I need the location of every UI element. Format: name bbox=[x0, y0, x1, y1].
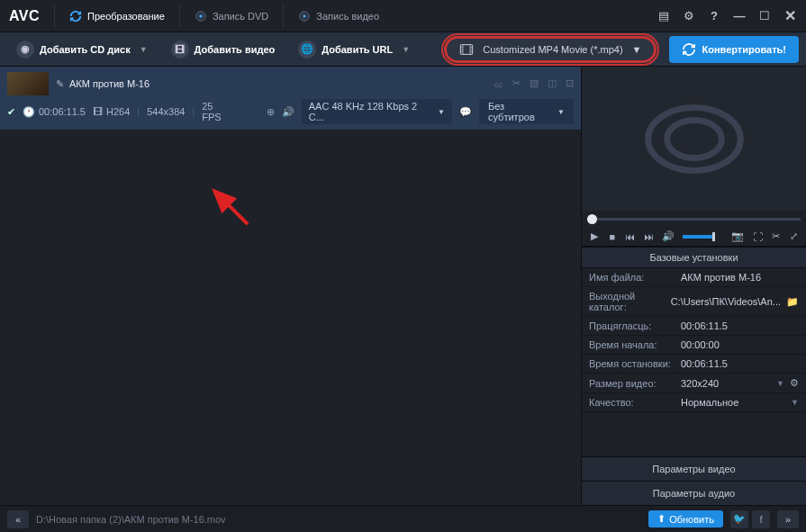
chevron-down-icon[interactable]: ▼ bbox=[791, 398, 799, 407]
annotation-arrow bbox=[207, 184, 252, 229]
maximize-icon[interactable]: ☐ bbox=[757, 9, 772, 23]
gear-icon[interactable]: ⚙ bbox=[790, 377, 799, 389]
refresh-icon bbox=[69, 10, 82, 23]
social-buttons: 🐦 f bbox=[730, 510, 770, 528]
setting-output: Выходной каталог: C:\Users\ПК\Videos\An.… bbox=[582, 287, 806, 317]
audio-track-selector[interactable]: AAC 48 KHz 128 Kbps 2 C... ▼ bbox=[302, 99, 452, 124]
collapse-left-icon[interactable]: « bbox=[7, 510, 29, 528]
convert-icon bbox=[682, 42, 696, 57]
help-icon[interactable]: ? bbox=[707, 9, 721, 23]
twitter-icon[interactable]: 🐦 bbox=[730, 510, 748, 528]
arrow-up-icon: ⬆ bbox=[657, 513, 666, 525]
minimize-icon[interactable]: — bbox=[732, 9, 747, 23]
play-icon[interactable]: ▶ bbox=[589, 230, 599, 242]
disc-icon bbox=[195, 10, 207, 23]
duration-pill: 🕐 00:06:11.5 bbox=[23, 106, 86, 118]
watermark-icon[interactable]: ⊡ bbox=[566, 77, 574, 91]
next-icon[interactable]: ⏭ bbox=[644, 231, 654, 242]
statusbar: « D:\Новая папка (2)\АКМ против М-16.mov… bbox=[0, 505, 806, 532]
btn-label: Конвертировать! bbox=[702, 44, 786, 55]
titlebar-controls: ▤ ⚙ ? — ☐ ✕ bbox=[657, 7, 797, 24]
tab-label: Запись видео bbox=[316, 11, 379, 22]
player-controls: ▶ ■ ⏮ ⏭ 🔊 📷 ⛶ ✂ ⤢ bbox=[582, 227, 806, 247]
btn-label: Добавить видео bbox=[195, 44, 276, 55]
tab-label: Запись DVD bbox=[213, 11, 268, 22]
tab-capture[interactable]: Запись видео bbox=[283, 4, 394, 29]
title-text: АКМ против М-16 bbox=[69, 78, 149, 89]
add-cd-button[interactable]: ◉ Добавить CD диск ▼ bbox=[7, 35, 157, 64]
collapse-right-icon[interactable]: » bbox=[777, 510, 799, 528]
chat-icon: 💬 bbox=[459, 106, 472, 118]
settings-header: Базовые установки bbox=[582, 247, 806, 268]
add-url-button[interactable]: 🌐 Добавить URL ▼ bbox=[289, 35, 419, 64]
setting-stop: Время остановки: 00:06:11.5 bbox=[582, 355, 806, 374]
video-params-button[interactable]: Параметры видео bbox=[582, 456, 806, 481]
video-thumbnail bbox=[7, 72, 49, 95]
stop-icon[interactable]: ■ bbox=[607, 231, 617, 242]
play-circle-icon bbox=[298, 10, 311, 23]
setting-filename: Имя файла: АКМ против М-16 bbox=[582, 268, 806, 287]
subtitle-icon[interactable]: ㏄ bbox=[494, 77, 503, 91]
output-format-selector[interactable]: Customized MP4 Movie (*.mp4) ▼ bbox=[444, 36, 657, 63]
volume-slider[interactable] bbox=[683, 235, 716, 239]
convert-button[interactable]: Конвертировать! bbox=[669, 36, 799, 63]
seek-knob[interactable] bbox=[587, 214, 597, 224]
tab-dvd[interactable]: Запись DVD bbox=[179, 4, 283, 29]
volume-icon[interactable]: 🔊 bbox=[662, 230, 675, 242]
film-icon bbox=[459, 43, 474, 56]
chevron-down-icon: ▼ bbox=[438, 108, 445, 116]
edit-icon[interactable]: ✎ bbox=[56, 78, 64, 90]
audio-label: AAC 48 KHz 128 Kbps 2 C... bbox=[309, 101, 432, 122]
close-icon[interactable]: ✕ bbox=[783, 7, 797, 24]
subtitle-selector[interactable]: Без субтитров ▼ bbox=[479, 99, 574, 124]
chevron-down-icon[interactable]: ▼ bbox=[776, 379, 784, 388]
folder-icon[interactable]: 📁 bbox=[786, 296, 799, 308]
audio-params-button[interactable]: Параметры аудио bbox=[582, 481, 806, 505]
fullscreen-icon[interactable]: ⛶ bbox=[752, 231, 762, 242]
chevron-down-icon: ▼ bbox=[632, 44, 642, 55]
vcodec-pill: 🎞 H264 bbox=[93, 106, 130, 117]
menu-icon[interactable]: ▤ bbox=[657, 9, 671, 23]
gear-icon[interactable]: ⚙ bbox=[682, 9, 696, 23]
tab-label: Преобразование bbox=[87, 11, 165, 22]
file-item-header: ✎ АКМ против М-16 ㏄ ✂ ▧ ◫ ⊡ bbox=[7, 72, 574, 95]
preview-area bbox=[582, 67, 806, 211]
sidebar: ▶ ■ ⏮ ⏭ 🔊 📷 ⛶ ✂ ⤢ Базовые установки Имя … bbox=[581, 67, 806, 505]
file-item[interactable]: ✎ АКМ против М-16 ㏄ ✂ ▧ ◫ ⊡ ✔ 🕐 00:06:11… bbox=[0, 67, 581, 131]
snapshot-icon[interactable]: 📷 bbox=[731, 230, 744, 242]
toolbar: ◉ Добавить CD диск ▼ 🎞 Добавить видео 🌐 … bbox=[0, 32, 806, 67]
check-icon[interactable]: ✔ bbox=[7, 106, 15, 118]
app-logo: AVC bbox=[9, 8, 54, 24]
update-button[interactable]: ⬆ Обновить bbox=[648, 510, 723, 527]
chevron-down-icon: ▼ bbox=[402, 45, 410, 54]
titlebar: AVC Преобразование Запись DVD Запись вид… bbox=[0, 0, 806, 32]
prev-icon[interactable]: ⏮ bbox=[625, 231, 635, 242]
main: ✎ АКМ против М-16 ㏄ ✂ ▧ ◫ ⊡ ✔ 🕐 00:06:11… bbox=[0, 67, 806, 505]
format-label: Customized MP4 Movie (*.mp4) bbox=[483, 44, 622, 55]
setting-quality: Качество: Нормальное ▼ bbox=[582, 393, 806, 412]
globe-plus-icon: 🌐 bbox=[298, 41, 316, 59]
file-list-panel: ✎ АКМ против М-16 ㏄ ✂ ▧ ◫ ⊡ ✔ 🕐 00:06:11… bbox=[0, 67, 581, 505]
expand-icon[interactable]: ⤢ bbox=[789, 230, 799, 242]
btn-label: Добавить URL bbox=[321, 44, 393, 55]
btn-label: Добавить CD диск bbox=[40, 44, 131, 55]
crop-icon[interactable]: ◫ bbox=[548, 77, 557, 91]
file-item-details: ✔ 🕐 00:06:11.5 🎞 H264 | 544x384 | 25 FPS… bbox=[7, 99, 574, 124]
cut-icon[interactable]: ✂ bbox=[771, 230, 781, 242]
chevron-down-icon: ▼ bbox=[140, 45, 148, 54]
tab-convert[interactable]: Преобразование bbox=[54, 4, 179, 29]
video-plus-icon: 🎞 bbox=[171, 41, 189, 59]
file-title: ✎ АКМ против М-16 bbox=[56, 78, 149, 90]
cut-icon[interactable]: ✂ bbox=[512, 77, 521, 91]
effects-icon[interactable]: ▧ bbox=[530, 77, 539, 91]
facebook-icon[interactable]: f bbox=[752, 510, 770, 528]
setting-size: Размер видео: 320x240 ▼ ⚙ bbox=[582, 374, 806, 393]
target-icon[interactable]: ⊕ bbox=[267, 106, 275, 118]
fps-pill: 25 FPS bbox=[202, 101, 234, 122]
svg-point-1 bbox=[199, 14, 203, 18]
add-video-button[interactable]: 🎞 Добавить видео bbox=[162, 35, 285, 64]
status-path: D:\Новая папка (2)\АКМ против М-16.mov bbox=[36, 514, 226, 525]
file-item-tools: ㏄ ✂ ▧ ◫ ⊡ bbox=[494, 77, 574, 91]
seek-bar[interactable] bbox=[582, 211, 806, 227]
speaker-icon: 🔊 bbox=[282, 106, 294, 118]
